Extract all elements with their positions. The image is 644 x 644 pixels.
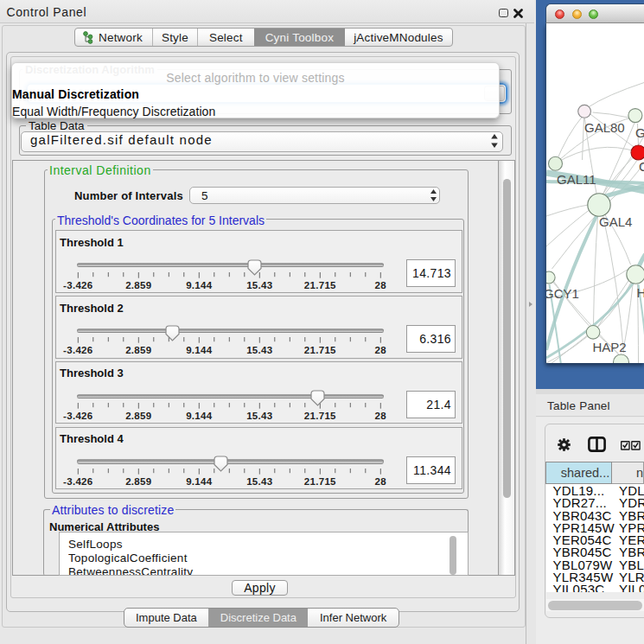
svg-text:GAL4: GAL4 [599, 214, 632, 229]
svg-text:GCY1: GCY1 [546, 286, 579, 301]
svg-text:C: C [639, 159, 644, 174]
svg-text:HAP2: HAP2 [593, 340, 627, 354]
svg-text:GAL11: GAL11 [557, 172, 596, 187]
svg-text:GAL80: GAL80 [584, 120, 625, 135]
svg-text:GA: GA [635, 125, 644, 140]
svg-text:H: H [637, 285, 644, 300]
